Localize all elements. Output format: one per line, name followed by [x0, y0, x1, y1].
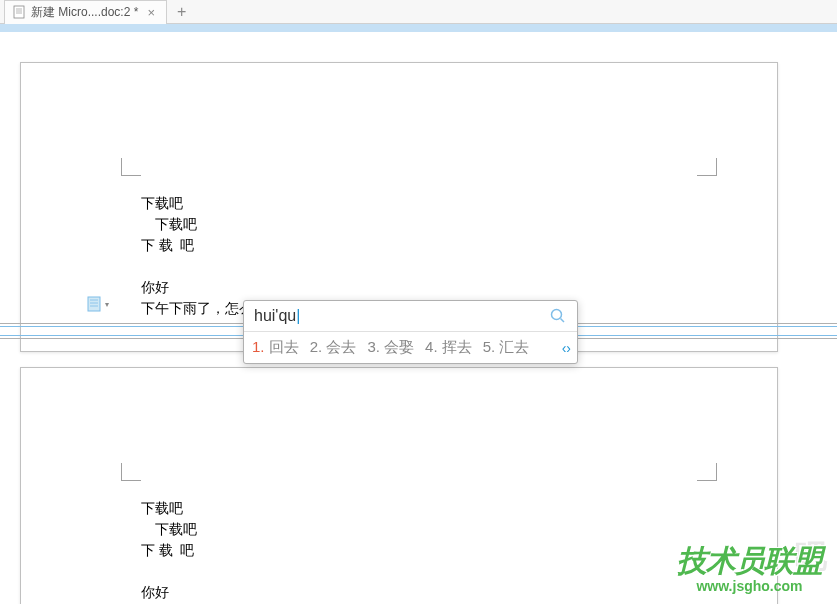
- ribbon-strip: [0, 24, 837, 32]
- text-line: 下载吧: [141, 498, 253, 519]
- ime-candidate[interactable]: 4. 挥去: [425, 338, 472, 357]
- empty-line: [141, 561, 253, 582]
- ime-candidates: 1. 回去 2. 会去 3. 会娶 4. 挥去 5. 汇去 ‹ ›: [244, 332, 577, 363]
- svg-point-8: [552, 310, 562, 320]
- search-icon[interactable]: [549, 307, 567, 325]
- ime-candidate[interactable]: 1. 回去: [252, 338, 299, 357]
- chevron-right-icon[interactable]: ›: [566, 340, 569, 356]
- chevron-left-icon[interactable]: ‹: [562, 340, 565, 356]
- document-icon: [13, 5, 25, 19]
- text-line: 你好: [141, 277, 256, 298]
- ime-panel: hui'qu 1. 回去 2. 会去 3. 会娶 4. 挥去: [243, 300, 578, 364]
- close-icon[interactable]: ×: [144, 5, 158, 20]
- ime-candidate[interactable]: 5. 汇去: [483, 338, 530, 357]
- ime-input-text: hui'qu: [254, 307, 549, 325]
- document-content[interactable]: 下载吧 下载吧 下 载 吧 你好 下午下雨了，怎么: [141, 193, 256, 319]
- margin-marker-tr: [697, 158, 717, 176]
- text-line-cursor: 下午下雨了，怎么: [141, 298, 256, 319]
- watermark-main-text: 技术员联盟: [677, 541, 822, 582]
- text-line: 下载吧: [141, 214, 256, 235]
- margin-marker-tr: [697, 463, 717, 481]
- document-viewport: ▾ 下载吧 下载吧 下 载 吧 你好 下午下雨了，怎么 下载吧 下载吧 下 载 …: [0, 32, 837, 604]
- margin-marker-tl: [121, 463, 141, 481]
- document-content[interactable]: 下载吧 下载吧 下 载 吧 你好 下午下雨了，怎么: [141, 498, 253, 604]
- text-line: 下载吧: [141, 193, 256, 214]
- tab-bar: 新建 Micro....doc:2 * × +: [0, 0, 837, 24]
- tab-title: 新建 Micro....doc:2 *: [31, 4, 138, 21]
- ime-nav[interactable]: ‹ ›: [562, 340, 569, 356]
- svg-rect-0: [14, 6, 24, 18]
- page-indicator[interactable]: ▾: [86, 295, 109, 313]
- new-tab-button[interactable]: +: [167, 1, 196, 23]
- svg-line-9: [561, 319, 565, 323]
- text-line: 下 载 吧: [141, 235, 256, 256]
- svg-rect-4: [88, 297, 100, 311]
- text-line: 下 载 吧: [141, 540, 253, 561]
- text-line: 下载吧: [141, 519, 253, 540]
- ime-input-row: hui'qu: [244, 301, 577, 332]
- document-tab[interactable]: 新建 Micro....doc:2 * ×: [4, 0, 167, 24]
- text-line: 你好: [141, 582, 253, 603]
- chevron-down-icon: ▾: [105, 300, 109, 309]
- watermark: 吧 技术员联盟 www.jsgho.com: [677, 541, 822, 594]
- empty-line: [141, 256, 256, 277]
- ime-candidate[interactable]: 2. 会去: [310, 338, 357, 357]
- margin-marker-tl: [121, 158, 141, 176]
- document-page[interactable]: 下载吧 下载吧 下 载 吧 你好 下午下雨了，怎么: [20, 367, 778, 604]
- page-icon: [86, 295, 102, 313]
- watermark-url: www.jsgho.com: [677, 578, 822, 594]
- ime-candidate[interactable]: 3. 会娶: [367, 338, 414, 357]
